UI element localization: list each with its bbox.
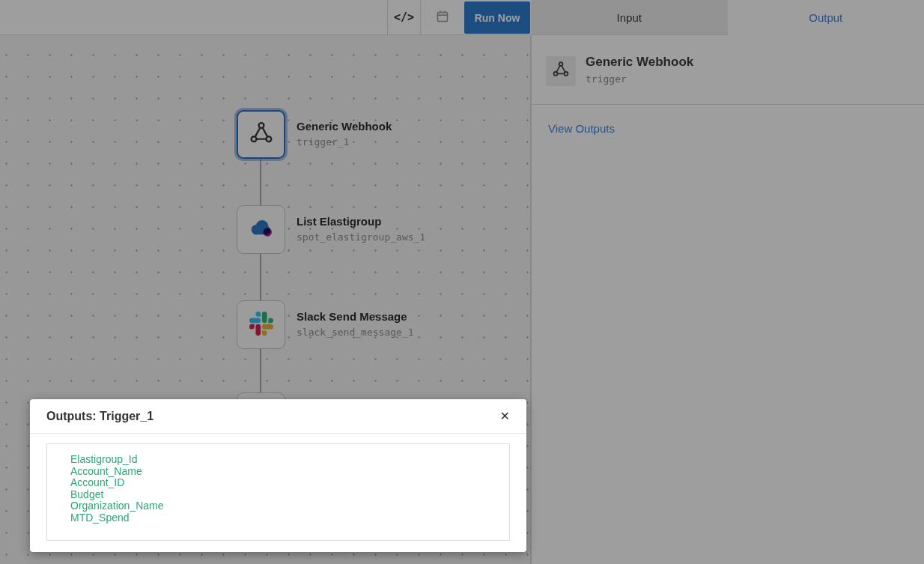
outputs-modal-header: Outputs: Trigger_1 ✕ — [30, 399, 526, 434]
output-item[interactable]: Elastigroup_Id — [70, 454, 502, 466]
outputs-modal-title: Outputs: Trigger_1 — [46, 410, 154, 423]
output-item[interactable]: Account_Name — [70, 466, 502, 478]
outputs-modal: Outputs: Trigger_1 ✕ Elastigroup_Id Acco… — [30, 399, 526, 552]
workflow-editor: </> Run Now Input Output — [0, 0, 924, 564]
close-icon[interactable]: ✕ — [499, 409, 511, 424]
output-item[interactable]: Organization_Name — [70, 500, 502, 512]
output-item[interactable]: Account_ID — [70, 477, 502, 489]
output-item[interactable]: Budget — [70, 489, 502, 501]
outputs-list: Elastigroup_Id Account_Name Account_ID B… — [46, 443, 510, 541]
output-item[interactable]: MTD_Spend — [70, 512, 502, 524]
